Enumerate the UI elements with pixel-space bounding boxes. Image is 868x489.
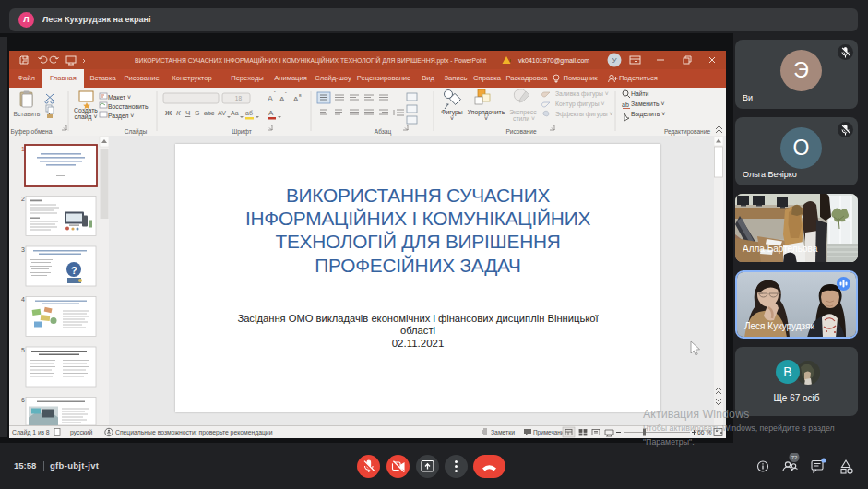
- svg-text:Ч: Ч: [185, 109, 190, 117]
- svg-text:А: А: [268, 94, 273, 103]
- svg-text:4: 4: [21, 296, 25, 303]
- svg-text:abc: abc: [204, 110, 215, 116]
- svg-text:ВИКОРИСТАННЯ СУЧАСНИХ ІНФОРМАЦ: ВИКОРИСТАННЯ СУЧАСНИХ ІНФОРМАЦІЙНИХ І КО…: [135, 56, 486, 65]
- svg-text:Заметки: Заметки: [491, 429, 515, 435]
- svg-text:ˇ: ˇ: [285, 91, 287, 97]
- svg-text:аб: аб: [245, 110, 253, 116]
- svg-text:в: в: [299, 92, 302, 98]
- svg-text:S: S: [195, 109, 199, 117]
- svg-text:6: 6: [21, 397, 25, 403]
- svg-text:Aa: Aa: [231, 110, 239, 116]
- svg-text:К: К: [176, 109, 182, 117]
- svg-text:ˆ: ˆ: [274, 90, 276, 96]
- svg-text:русский: русский: [70, 429, 93, 436]
- svg-text:Специальные возможности: прове: Специальные возможности: проверьте реком…: [115, 429, 273, 436]
- svg-text:А: А: [268, 109, 274, 117]
- svg-text:ab: ab: [622, 101, 629, 108]
- svg-text:18: 18: [235, 95, 243, 101]
- svg-text:Слайд 1 из 8: Слайд 1 из 8: [12, 429, 50, 436]
- svg-text:5: 5: [21, 347, 25, 353]
- svg-text:AV: AV: [218, 110, 226, 116]
- svg-text:2: 2: [21, 196, 25, 202]
- svg-text:Ж: Ж: [164, 109, 172, 117]
- svg-text:vk04101970@gmail.com: vk04101970@gmail.com: [518, 57, 589, 65]
- svg-text:3: 3: [21, 246, 25, 253]
- svg-text:?: ?: [71, 265, 77, 276]
- svg-text:72: 72: [791, 455, 798, 460]
